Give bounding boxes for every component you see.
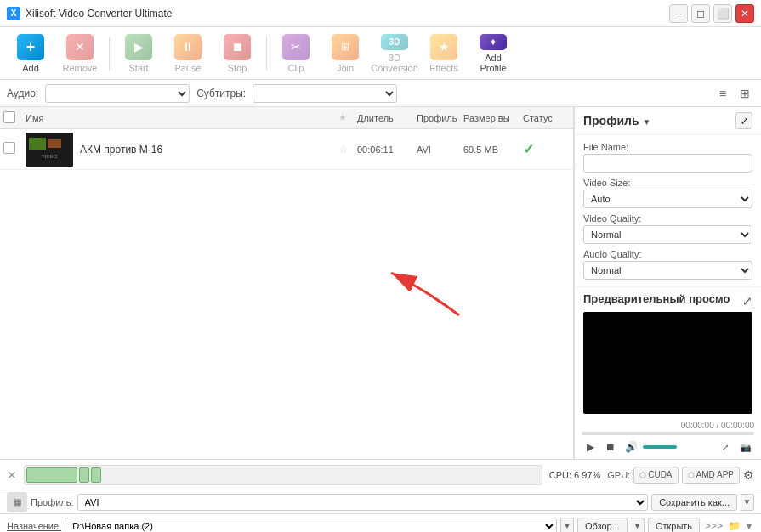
gpu-label: GPU:: [607, 470, 630, 480]
amd-button[interactable]: ⬡ AMD APP: [682, 467, 740, 484]
destination-dropdown-button[interactable]: ▼: [560, 518, 574, 533]
pause-button[interactable]: ⏸ Pause: [164, 31, 212, 76]
window-controls: ─ ◻ ⬜ ✕: [669, 4, 754, 23]
effects-button[interactable]: ★ Effects: [420, 31, 468, 76]
browse-dropdown-button[interactable]: ▼: [631, 518, 645, 533]
join-icon: ⊞: [332, 34, 359, 60]
stop-player-button[interactable]: ⏹: [602, 439, 619, 456]
separator1: [109, 37, 110, 71]
expand-button[interactable]: ⤢: [735, 112, 752, 129]
select-all-checkbox[interactable]: [3, 111, 15, 123]
pause-icon: ⏸: [174, 34, 202, 60]
minimize-button[interactable]: ─: [669, 4, 688, 23]
subtitle-select[interactable]: [253, 84, 397, 103]
profile-row: ▦ Профиль: AVI Сохранить как... ▼: [0, 490, 761, 513]
file-name-input[interactable]: [583, 154, 752, 173]
profile-select[interactable]: AVI: [77, 494, 649, 511]
timeline-track[interactable]: [24, 465, 542, 485]
gpu-info: GPU: ⬡ CUDA ⬡ AMD APP ⚙: [607, 467, 754, 484]
fullscreen-button[interactable]: ⤢: [717, 439, 734, 456]
bottom-rows: ▦ Профиль: AVI Сохранить как... ▼ Назнач…: [0, 490, 761, 532]
cpu-info: CPU: 6.97%: [549, 470, 601, 480]
subtitle-label: Субтитры:: [196, 88, 246, 99]
profile-fields: File Name: Video Size: Auto 320x240 640x…: [575, 135, 761, 286]
list-view-button[interactable]: ≡: [713, 84, 732, 103]
star-icon: ★: [338, 112, 347, 122]
name-col-header: Имя: [22, 113, 338, 123]
preview-expand-icon[interactable]: ⤢: [742, 294, 752, 308]
svg-rect-2: [48, 139, 61, 148]
folder-icon[interactable]: 📁: [728, 520, 741, 532]
file-list-header: Имя ★ Длитель Профиль Размер вы Статус: [0, 107, 573, 129]
remove-button[interactable]: ✕ Remove: [56, 31, 104, 76]
video-size-field: Video Size: Auto 320x240 640x480 1280x72…: [583, 178, 752, 208]
row-profile: AVI: [417, 144, 463, 155]
restore-button[interactable]: ◻: [691, 4, 710, 23]
amd-label: AMD APP: [696, 470, 734, 479]
check-col-header: [3, 111, 22, 125]
volume-slider[interactable]: [643, 445, 677, 449]
toolbar: + Add ✕ Remove ▶ Start ⏸ Pause ⏹ Stop ✂ …: [0, 27, 761, 80]
file-list-area: Имя ★ Длитель Профиль Размер вы Статус: [0, 107, 574, 459]
audio-quality-select[interactable]: Low Normal High Ultra High: [583, 261, 752, 280]
audio-quality-field: Audio Quality: Low Normal High Ultra Hig…: [583, 249, 752, 280]
format-icon: ▦: [7, 492, 27, 512]
video-quality-label: Video Quality:: [583, 213, 752, 224]
player-controls: ▶ ⏹ 🔊 ⤢ 📷: [582, 439, 754, 456]
row-checkbox[interactable]: [3, 142, 15, 154]
open-button[interactable]: Открыть: [648, 518, 700, 533]
filter-bar: Аудио: Субтитры: ≡ ⊞: [0, 80, 761, 107]
clip-button[interactable]: ✂ Clip: [272, 31, 320, 76]
cuda-button[interactable]: ⬡ CUDA: [633, 467, 678, 484]
join-button[interactable]: ⊞ Join: [321, 31, 369, 76]
size-col-header: Размер вы: [463, 113, 523, 123]
playback-progress-bar[interactable]: [582, 432, 754, 435]
timeline-segment3: [91, 467, 101, 483]
volume-button[interactable]: 🔊: [622, 439, 639, 456]
3d-button[interactable]: 3D 3D Conversion: [371, 31, 418, 76]
add-profile-button[interactable]: ♦ Add Profile: [469, 31, 517, 76]
start-button[interactable]: ▶ Start: [115, 31, 162, 76]
status-col-header: Статус: [523, 113, 570, 123]
start-icon: ▶: [125, 34, 152, 60]
time-display: 00:00:00 / 00:00:00: [582, 421, 754, 430]
file-thumbnail: VIDEO: [26, 133, 73, 167]
file-name-label: File Name:: [583, 142, 752, 152]
row-star[interactable]: ☆: [338, 144, 348, 156]
file-name: АКМ против М-16: [73, 144, 162, 156]
settings-icon[interactable]: ⚙: [743, 468, 754, 482]
row-star-cell: ☆: [338, 144, 357, 156]
cuda-label: CUDA: [648, 470, 672, 479]
3d-icon: 3D: [381, 34, 408, 50]
preview-section: Предварительный просмо ⤢: [575, 286, 761, 417]
remove-icon: ✕: [66, 34, 94, 60]
screenshot-button[interactable]: 📷: [737, 439, 754, 456]
profile-header: Профиль ▼ ⤢: [575, 107, 761, 135]
destination-select[interactable]: D:\Новая папка (2): [65, 518, 557, 533]
stop-button[interactable]: ⏹ Stop: [213, 31, 261, 76]
video-size-select[interactable]: Auto 320x240 640x480 1280x720 1920x1080: [583, 190, 752, 208]
table-row[interactable]: VIDEO АКМ против М-16 ☆ 00:06:11 AVI 69.…: [0, 129, 573, 170]
play-button[interactable]: ▶: [582, 439, 599, 456]
video-quality-select[interactable]: Low Normal High Ultra High: [583, 225, 752, 244]
effects-icon: ★: [430, 34, 457, 60]
save-as-button[interactable]: Сохранить как...: [651, 494, 737, 511]
grid-view-button[interactable]: ⊞: [735, 84, 754, 103]
close-button[interactable]: ✕: [735, 4, 754, 23]
clip-icon: ✂: [282, 34, 310, 60]
video-quality-field: Video Quality: Low Normal High Ultra Hig…: [583, 213, 752, 244]
expand-dest-icon[interactable]: ▼: [744, 520, 754, 532]
navigate-icon[interactable]: >>>: [703, 520, 724, 532]
row-size: 69.5 MB: [463, 144, 523, 155]
save-as-dropdown-button[interactable]: ▼: [741, 494, 754, 511]
timeline-close-button[interactable]: ✕: [7, 468, 17, 482]
browse-button[interactable]: Обзор...: [577, 518, 628, 533]
timeline-segment1: [26, 467, 77, 483]
player-area: 00:00:00 / 00:00:00 ▶ ⏹ 🔊 ⤢ 📷: [575, 417, 761, 459]
preview-screen: [583, 312, 752, 414]
profile-dropdown-arrow[interactable]: ▼: [642, 117, 650, 127]
audio-select[interactable]: [45, 84, 190, 103]
profile-label: Профиль:: [31, 497, 74, 507]
maximize-button[interactable]: ⬜: [713, 4, 732, 23]
add-button[interactable]: + Add: [7, 31, 54, 76]
